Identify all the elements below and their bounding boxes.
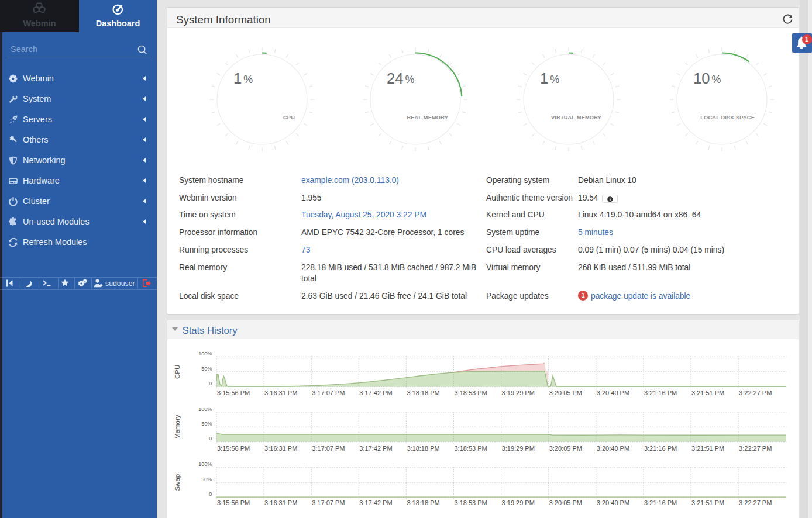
svg-text:100%: 100% [198,351,212,357]
svg-text:3:17:42 PM: 3:17:42 PM [359,499,392,506]
svg-text:Swap: Swap [174,474,181,491]
svg-text:LOCAL DISK SPACE: LOCAL DISK SPACE [700,115,755,120]
svg-text:3:21:51 PM: 3:21:51 PM [691,445,724,452]
svg-text:3:22:27 PM: 3:22:27 PM [739,499,772,506]
svg-text:Memory: Memory [174,415,181,439]
svg-text:3:19:29 PM: 3:19:29 PM [502,499,535,506]
svg-text:3:16:31 PM: 3:16:31 PM [264,445,297,452]
svg-text:REAL MEMORY: REAL MEMORY [407,115,448,120]
svg-text:3:21:16 PM: 3:21:16 PM [644,389,677,396]
svg-text:3:18:53 PM: 3:18:53 PM [455,499,487,506]
svg-text:3:20:40 PM: 3:20:40 PM [597,445,629,452]
svg-text:3:17:42 PM: 3:17:42 PM [359,389,392,396]
svg-text:3:18:53 PM: 3:18:53 PM [455,445,487,452]
svg-text:3:20:05 PM: 3:20:05 PM [549,499,582,506]
svg-text:3:20:05 PM: 3:20:05 PM [549,389,582,396]
svg-text:0: 0 [209,436,212,441]
svg-text:0: 0 [209,381,212,386]
svg-text:3:19:29 PM: 3:19:29 PM [502,389,535,396]
svg-text:3:17:42 PM: 3:17:42 PM [359,445,392,452]
svg-text:CPU: CPU [174,365,181,379]
svg-text:3:16:31 PM: 3:16:31 PM [264,389,297,396]
svg-text:3:22:27 PM: 3:22:27 PM [739,389,772,396]
svg-text:3:18:18 PM: 3:18:18 PM [407,445,439,452]
svg-text:3:18:53 PM: 3:18:53 PM [455,389,487,396]
svg-text:3:17:07 PM: 3:17:07 PM [312,499,345,506]
svg-text:3:15:56 PM: 3:15:56 PM [217,499,250,506]
svg-text:50%: 50% [201,421,212,427]
svg-text:3:21:16 PM: 3:21:16 PM [644,445,677,452]
svg-text:3:21:51 PM: 3:21:51 PM [691,389,724,396]
svg-text:100%: 100% [198,461,212,467]
svg-text:3:16:31 PM: 3:16:31 PM [264,499,297,506]
svg-text:50%: 50% [201,476,212,482]
svg-text:3:18:18 PM: 3:18:18 PM [407,499,439,506]
svg-text:3:20:05 PM: 3:20:05 PM [549,445,582,452]
svg-text:3:21:16 PM: 3:21:16 PM [644,499,677,506]
svg-text:0: 0 [209,491,212,497]
svg-text:3:17:07 PM: 3:17:07 PM [312,445,345,452]
svg-text:3:19:29 PM: 3:19:29 PM [502,445,535,452]
svg-text:3:15:56 PM: 3:15:56 PM [217,445,250,452]
svg-text:VIRTUAL MEMORY: VIRTUAL MEMORY [551,115,601,120]
svg-text:CPU: CPU [283,115,295,120]
svg-text:100%: 100% [198,406,212,412]
svg-text:50%: 50% [201,366,212,372]
svg-text:3:17:07 PM: 3:17:07 PM [312,389,345,396]
svg-text:3:20:40 PM: 3:20:40 PM [597,499,629,506]
svg-text:3:18:18 PM: 3:18:18 PM [407,389,439,396]
svg-text:3:22:27 PM: 3:22:27 PM [739,445,772,452]
svg-text:3:21:51 PM: 3:21:51 PM [691,499,724,506]
svg-text:3:20:40 PM: 3:20:40 PM [597,389,629,396]
svg-text:3:15:56 PM: 3:15:56 PM [217,389,250,396]
